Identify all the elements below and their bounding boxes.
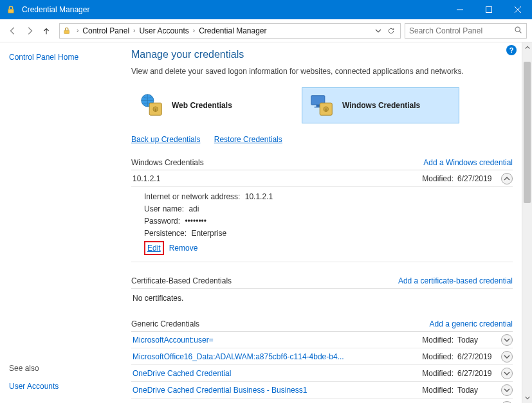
scroll-down-arrow-icon[interactable] [522, 393, 532, 403]
search-icon [514, 26, 522, 36]
password-label: Password: [144, 217, 180, 226]
minimize-button[interactable] [445, 0, 474, 19]
credential-row-expanded[interactable]: 10.1.2.1 Modified: 6/27/2019 [131, 170, 513, 187]
credential-row[interactable]: OneDrive Cached Credential Business - Bu… [131, 382, 513, 399]
expand-chevron-down-icon[interactable] [501, 384, 513, 396]
address-bar: › Control Panel › User Accounts › Creden… [0, 19, 532, 42]
nav-up-button[interactable] [39, 23, 54, 39]
modified-label: Modified: [422, 352, 454, 361]
page-title: Manage your credentials [131, 49, 513, 60]
close-button[interactable] [503, 0, 532, 19]
credential-actions: Edit Remove [144, 241, 511, 255]
globe-safe-icon [138, 92, 165, 119]
modified-label: Modified: [422, 386, 454, 395]
address-dropdown-button[interactable] [372, 24, 385, 38]
svg-rect-1 [486, 7, 491, 13]
backup-restore-links: Back up Credentials Restore Credentials [131, 135, 513, 144]
persistence-value: Enterprise [191, 229, 226, 238]
breadcrumb[interactable]: › Control Panel › User Accounts › Creden… [59, 23, 401, 39]
credential-name[interactable]: MicrosoftOffice16_Data:ADALWAM:a875cbf6-… [131, 352, 422, 361]
main-panel: ? Manage your credentials View and delet… [116, 42, 532, 403]
nav-forward-button[interactable] [22, 23, 37, 39]
breadcrumb-item[interactable]: Control Panel [80, 26, 132, 35]
credential-name: 10.1.2.1 [131, 174, 422, 183]
modified-value: 6/27/2019 [457, 369, 496, 378]
web-credentials-tile[interactable]: Web Credentials [131, 87, 289, 123]
remove-credential-link[interactable]: Remove [169, 244, 198, 253]
add-certificate-credential-link[interactable]: Add a certificate-based credential [398, 276, 513, 285]
modified-label: Modified: [422, 369, 454, 378]
scroll-up-arrow-icon[interactable] [522, 42, 532, 53]
add-windows-credential-link[interactable]: Add a Windows credential [423, 158, 513, 167]
window-title: Credential Manager [22, 5, 445, 14]
generic-credentials-list: MicrosoftAccount:user=Modified:TodayMicr… [131, 332, 513, 403]
svg-rect-13 [326, 109, 327, 112]
modified-value: 6/27/2019 [457, 352, 496, 361]
scrollbar-thumb[interactable] [524, 62, 531, 203]
credential-type-tiles: Web Credentials Windows Credentials [131, 87, 513, 123]
app-icon [5, 4, 17, 15]
vertical-scrollbar[interactable] [522, 42, 532, 403]
page-description: View and delete your saved logon informa… [131, 67, 513, 76]
search-input[interactable] [409, 26, 514, 35]
expand-chevron-down-icon[interactable] [501, 401, 513, 404]
internet-address-value: 10.1.2.1 [245, 192, 273, 201]
backup-credentials-link[interactable]: Back up Credentials [131, 135, 200, 144]
persistence-label: Persistence: [144, 229, 187, 238]
window-titlebar: Credential Manager [0, 0, 532, 19]
section-title: Windows Credentials [131, 158, 204, 167]
chevron-right-icon: › [75, 27, 80, 34]
sidebar: Control Panel Home See also User Account… [0, 42, 116, 403]
credential-row[interactable]: MicrosoftAccount:user=Modified:Today [131, 332, 513, 348]
see-also-label: See also [9, 364, 107, 373]
username-label: User name: [144, 204, 184, 213]
credential-name[interactable]: OneDrive Cached Credential Business - Bu… [131, 386, 422, 395]
svg-point-3 [515, 27, 520, 31]
username-value: adi [188, 204, 199, 213]
control-panel-home-link[interactable]: Control Panel Home [9, 53, 107, 62]
windows-credentials-tile[interactable]: Windows Credentials [302, 87, 459, 123]
nav-back-button[interactable] [5, 23, 21, 39]
modified-value: Today [457, 336, 496, 345]
help-icon[interactable]: ? [506, 45, 517, 55]
credential-row[interactable]: MicrosoftOffice16_Data:ADALWAM:a875cbf6-… [131, 348, 513, 365]
expand-chevron-down-icon[interactable] [501, 351, 513, 363]
sidebar-link-user-accounts[interactable]: User Accounts [9, 382, 107, 391]
credential-name[interactable]: MicrosoftAccount:user= [131, 336, 422, 345]
section-title: Certificate-Based Credentials [131, 276, 232, 285]
modified-label: Modified: [422, 336, 454, 345]
credential-name[interactable]: OneDrive Cached Credential [131, 369, 422, 378]
no-certificates-text: No certificates. [131, 289, 513, 314]
tile-label: Web Credentials [172, 101, 232, 110]
refresh-button[interactable] [385, 24, 398, 38]
edit-credential-link[interactable]: Edit [147, 244, 161, 253]
credential-row[interactable]: virtualapp/didlogicalModified:6/26/2019 [131, 399, 513, 403]
edit-highlight-box: Edit [144, 241, 164, 255]
collapse-chevron-up-icon[interactable] [501, 173, 513, 184]
credential-detail: Internet or network address: 10.1.2.1 Us… [131, 187, 513, 262]
svg-rect-7 [155, 109, 156, 112]
section-title: Generic Credentials [131, 319, 199, 328]
chevron-right-icon: › [192, 27, 196, 34]
search-field[interactable] [405, 23, 527, 39]
expand-chevron-down-icon[interactable] [501, 334, 513, 346]
password-value: •••••••• [185, 217, 206, 226]
breadcrumb-item[interactable]: Credential Manager [196, 26, 269, 35]
modified-value: Today [457, 386, 496, 395]
modified-label: Modified: [422, 174, 454, 183]
maximize-button[interactable] [474, 0, 503, 19]
add-generic-credential-link[interactable]: Add a generic credential [430, 319, 513, 328]
expand-chevron-down-icon[interactable] [501, 368, 513, 379]
section-certificate-credentials: Certificate-Based Credentials Add a cert… [131, 276, 513, 289]
svg-rect-2 [64, 30, 69, 33]
content-area: Control Panel Home See also User Account… [0, 42, 532, 403]
section-windows-credentials: Windows Credentials Add a Windows creden… [131, 158, 513, 170]
breadcrumb-item[interactable]: User Accounts [136, 26, 191, 35]
restore-credentials-link[interactable]: Restore Credentials [214, 135, 282, 144]
folder-icon [62, 26, 73, 36]
credential-row[interactable]: OneDrive Cached CredentialModified:6/27/… [131, 365, 513, 382]
svg-rect-9 [316, 105, 320, 107]
chevron-right-icon: › [132, 27, 136, 34]
modified-value: 6/27/2019 [457, 174, 496, 183]
svg-rect-0 [8, 9, 14, 13]
